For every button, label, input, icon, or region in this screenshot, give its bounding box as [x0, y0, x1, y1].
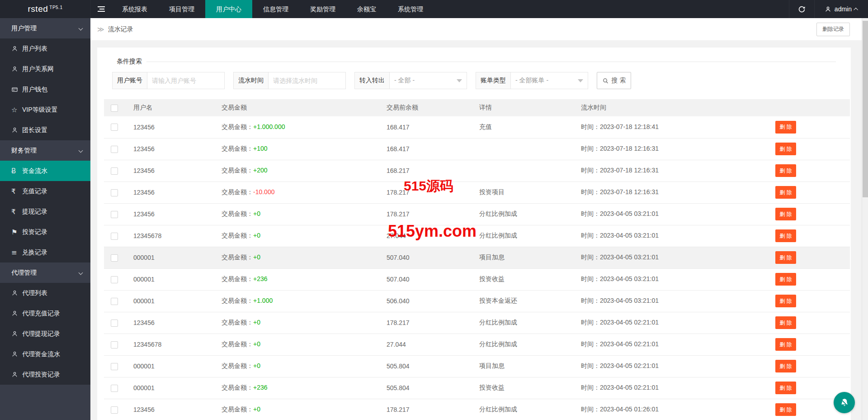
- delete-button[interactable]: 删 除: [775, 229, 796, 242]
- sidebar-item-充值记录[interactable]: ₹充值记录: [0, 181, 90, 201]
- row-checkbox[interactable]: [111, 341, 118, 348]
- cell-balance: 168.417: [380, 116, 472, 138]
- delete-button[interactable]: 删 除: [775, 143, 796, 155]
- chevron-down-icon: [79, 148, 83, 153]
- leader-icon: [11, 127, 22, 134]
- delete-button[interactable]: 删 除: [775, 208, 796, 220]
- delete-button[interactable]: 删 除: [775, 316, 796, 329]
- time-prefix: 时间：: [581, 384, 600, 391]
- sidebar-group-items: 代理列表代理充值记录代理提现记录代理资金流水代理投资记录: [0, 283, 90, 385]
- row-checkbox[interactable]: [111, 363, 118, 370]
- breadcrumb-icon: ≫: [97, 25, 104, 33]
- sidebar-group-财务管理[interactable]: 财务管理: [0, 140, 90, 161]
- search-fields: 用户账号流水时间转入转出- 全部 -账单类型- 全部账单 -搜 索: [112, 72, 836, 89]
- sidebar-item-用户列表[interactable]: 用户列表: [0, 38, 90, 59]
- mute-notifications-button[interactable]: [834, 392, 855, 413]
- row-checkbox[interactable]: [111, 211, 118, 218]
- nav-item-系统管理[interactable]: 系统管理: [387, 0, 434, 18]
- delete-button[interactable]: 删 除: [775, 186, 796, 199]
- nav-item-项目管理[interactable]: 项目管理: [158, 0, 205, 18]
- amount-prefix: 交易金额：: [222, 253, 253, 261]
- cell-action: 删 除: [769, 138, 850, 160]
- row-checkbox[interactable]: [111, 233, 118, 240]
- hamburger-menu-icon[interactable]: [90, 0, 111, 18]
- cell-balance: 507.040: [380, 247, 472, 268]
- search-button[interactable]: 搜 索: [597, 72, 631, 89]
- scrollbar-thumb[interactable]: [863, 21, 868, 197]
- row-checkbox[interactable]: [111, 276, 118, 283]
- nav-item-用户中心[interactable]: 用户中心: [205, 0, 252, 18]
- sidebar-group-用户管理[interactable]: 用户管理: [0, 18, 90, 38]
- time-prefix: 时间：: [581, 210, 600, 217]
- admin-dropdown[interactable]: admin: [814, 0, 868, 18]
- sidebar-item-用户关系网[interactable]: 用户关系网: [0, 59, 90, 79]
- breadcrumb: 流水记录: [108, 25, 133, 33]
- cell-action: 删 除: [769, 203, 850, 225]
- row-checkbox-cell: [104, 268, 127, 290]
- delete-button[interactable]: 删 除: [775, 382, 796, 394]
- refresh-button[interactable]: [789, 0, 814, 18]
- amount-value: +0: [253, 253, 260, 261]
- row-checkbox[interactable]: [111, 189, 118, 196]
- amount-value: +200: [253, 167, 268, 174]
- delete-records-button[interactable]: 删除记录: [816, 23, 850, 36]
- cell-action: 删 除: [769, 355, 850, 377]
- row-checkbox[interactable]: [111, 385, 118, 392]
- nav-item-系统报表[interactable]: 系统报表: [111, 0, 158, 18]
- user-account-input[interactable]: [147, 72, 225, 89]
- delete-button[interactable]: 删 除: [775, 295, 796, 307]
- sidebar-item-代理充值记录[interactable]: 代理充值记录: [0, 303, 90, 324]
- delete-button[interactable]: 删 除: [775, 121, 796, 134]
- cell-detail: 分红比例加成: [472, 225, 574, 247]
- nav-item-信息管理[interactable]: 信息管理: [252, 0, 299, 18]
- cell-username: 123456: [127, 399, 215, 420]
- row-checkbox[interactable]: [111, 254, 118, 262]
- sidebar-item-代理投资记录[interactable]: 代理投资记录: [0, 364, 90, 385]
- cell-action: 删 除: [769, 247, 850, 268]
- flow-time-input[interactable]: [268, 72, 346, 89]
- cell-time: 时间：2023-07-18 12:16:31: [574, 138, 769, 160]
- cell-amount: 交易金额：+1.000.000: [215, 116, 380, 138]
- cell-balance: 168.417: [380, 138, 472, 160]
- transfer-select[interactable]: - 全部 -: [389, 72, 467, 89]
- sidebar-item-资金流水[interactable]: Ƀ资金流水: [0, 161, 90, 181]
- sidebar-item-投资记录[interactable]: ⚑投资记录: [0, 222, 90, 242]
- flow-table-body: 123456交易金额：+1.000.000168.417充值时间：2023-07…: [104, 116, 850, 420]
- delete-button[interactable]: 删 除: [775, 360, 796, 372]
- row-checkbox[interactable]: [111, 124, 118, 131]
- delete-button[interactable]: 删 除: [775, 251, 796, 264]
- sidebar-item-VIP等级设置[interactable]: ☆VIP等级设置: [0, 100, 90, 120]
- sidebar-item-代理资金流水[interactable]: 代理资金流水: [0, 344, 90, 364]
- row-checkbox[interactable]: [111, 406, 118, 414]
- sidebar-item-代理提现记录[interactable]: 代理提现记录: [0, 324, 90, 344]
- table-row: 000001交易金额：+1.000506.040投资本金返还时间：2023-04…: [104, 290, 850, 312]
- cell-amount: 交易金额：+100: [215, 138, 380, 160]
- sidebar-item-兑换记录[interactable]: ≡兑换记录: [0, 242, 90, 262]
- dropdown-arrow-icon: [578, 79, 583, 82]
- bill-type-select[interactable]: - 全部账单 -: [510, 72, 588, 89]
- nav-item-余额宝[interactable]: 余额宝: [346, 0, 387, 18]
- delete-button[interactable]: 删 除: [775, 164, 796, 177]
- cell-balance: 178.217: [380, 203, 472, 225]
- sidebar-item-提现记录[interactable]: ₹提现记录: [0, 201, 90, 222]
- nav-item-奖励管理[interactable]: 奖励管理: [299, 0, 346, 18]
- amount-prefix: 交易金额：: [222, 275, 253, 282]
- row-checkbox[interactable]: [111, 167, 118, 175]
- row-checkbox[interactable]: [111, 320, 118, 327]
- sidebar-item-代理列表[interactable]: 代理列表: [0, 283, 90, 303]
- sidebar-item-团长设置[interactable]: 团长设置: [0, 120, 90, 140]
- delete-button[interactable]: 删 除: [775, 273, 796, 286]
- row-checkbox[interactable]: [111, 146, 118, 153]
- row-checkbox-cell: [104, 377, 127, 399]
- bars-icon: ≡: [11, 248, 22, 257]
- row-checkbox[interactable]: [111, 298, 118, 305]
- delete-button[interactable]: 删 除: [775, 403, 796, 416]
- sidebar-group-代理管理[interactable]: 代理管理: [0, 262, 90, 283]
- delete-button[interactable]: 删 除: [775, 338, 796, 351]
- topbar: rstedTP5.1 系统报表项目管理用户中心信息管理奖励管理余额宝系统管理 a…: [0, 0, 868, 18]
- sidebar-item-用户钱包[interactable]: 用户钱包: [0, 79, 90, 100]
- select-all-checkbox[interactable]: [111, 105, 118, 112]
- vertical-scrollbar[interactable]: [862, 18, 868, 420]
- cell-balance: 505.804: [380, 377, 472, 399]
- time-prefix: 时间：: [581, 319, 600, 326]
